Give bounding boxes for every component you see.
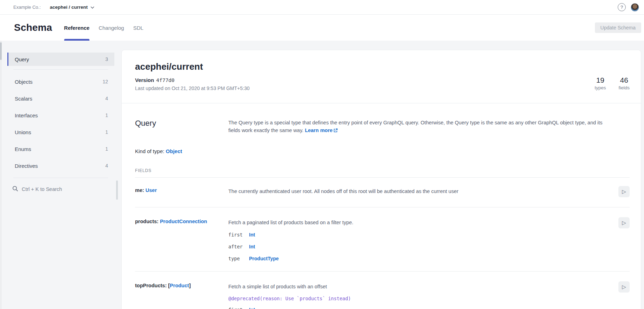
arg-type-link[interactable]: Int [249,244,255,249]
chevron-down-icon [90,5,94,10]
sidebar-item-label: Directives [15,163,38,169]
window-scrollbar-thumb[interactable] [0,42,2,60]
tab-reference[interactable]: Reference [64,15,90,41]
user-avatar[interactable] [631,3,639,12]
stat-types: 19 types [595,76,606,90]
tab-sdl[interactable]: SDL [133,15,143,41]
arg-row: first Int [228,232,618,238]
arg-name: type [228,256,249,261]
play-icon: ▷ [622,188,626,195]
search-icon [12,186,18,193]
field-signature: products: ProductConnection [135,219,228,261]
kind-label: Kind of type: [135,148,166,154]
tab-changelog[interactable]: Changelog [99,15,124,41]
graph-selector-label: acephei / current [50,5,88,10]
graph-selector-dropdown[interactable]: acephei / current [50,5,94,10]
sidebar-item-enums[interactable]: Enums 1 [7,140,114,157]
deprecated-directive: @deprecated(reason: Use `products` inste… [228,296,618,301]
schema-search-trigger[interactable]: Ctrl + K to Search [7,181,114,197]
query-type-section: Query The Query type is a special type t… [122,103,641,309]
sidebar-scrollbar-thumb[interactable] [116,180,118,200]
field-type-link[interactable]: User [146,187,157,193]
field-name: me: [135,187,146,193]
graph-summary-header: acephei/current Version4f77d0 Last updat… [122,50,641,103]
sidebar-item-count: 1 [105,129,108,135]
field-type-link[interactable]: Product [170,283,189,288]
sidebar-item-label: Objects [15,79,33,85]
search-placeholder: Ctrl + K to Search [22,186,62,192]
version-line: Version4f77d0 [135,77,249,83]
schema-reference-card: acephei/current Version4f77d0 Last updat… [122,50,641,309]
arg-type-link[interactable]: Int [249,307,255,309]
tab-bar: Reference Changelog SDL [64,15,143,41]
sidebar-item-count: 12 [102,79,108,84]
stat-value: 46 [618,76,630,84]
field-row-products: products: ProductConnection Fetch a pagi… [135,207,630,271]
sidebar-item-scalars[interactable]: Scalars 4 [7,90,114,107]
stat-label: fields [618,85,630,90]
field-detail: Fetch a paginated list of products based… [228,219,618,261]
type-heading-row: Query The Query type is a special type t… [135,119,630,134]
type-description-text: The Query type is a special type that de… [228,120,603,133]
sidebar-item-count: 1 [105,146,108,152]
kind-of-type-line: Kind of type: Object [135,148,630,154]
graph-title: acephei/current [135,61,249,72]
page-title: Schema [14,22,52,33]
external-link-icon [333,128,338,133]
field-args: first Int [228,307,618,309]
arg-type-link[interactable]: Int [249,232,255,238]
update-schema-button[interactable]: Update Schema [595,22,641,33]
version-value: 4f77d0 [156,77,174,83]
run-in-explorer-button[interactable]: ▷ [618,186,630,197]
learn-more-link[interactable]: Learn more [305,128,333,133]
type-name-heading: Query [135,119,228,134]
type-description: The Query type is a special type that de… [228,119,630,134]
field-row-me: me: User The currently authenticated use… [135,178,630,207]
sidebar-item-count: 4 [105,96,108,101]
schema-stats: 19 types 46 fields [595,76,630,91]
arg-row: type ProductType [228,256,618,261]
sidebar-divider [13,178,108,178]
sidebar-item-count: 1 [105,112,108,118]
stat-label: types [595,85,606,90]
field-description: The currently authenticated user root. A… [228,187,618,197]
arg-name: after [228,244,249,249]
sidebar-item-label: Enums [15,146,31,152]
page-header: Schema Reference Changelog SDL Update Sc… [0,15,644,41]
stat-fields: 46 fields [618,76,630,90]
help-icon[interactable]: ? [618,3,626,11]
schema-type-sidebar: Query 3 Objects 12 Scalars 4 Interfaces … [7,41,114,309]
page-body: Query 3 Objects 12 Scalars 4 Interfaces … [0,41,644,309]
sidebar-item-interfaces[interactable]: Interfaces 1 [7,107,114,124]
sidebar-nav-list: Objects 12 Scalars 4 Interfaces 1 Unions… [7,73,114,174]
sidebar-item-unions[interactable]: Unions 1 [7,124,114,140]
org-label: Example Co.: [13,5,41,10]
last-updated: Last updated on Oct 21, 2020 at 9:53 PM … [135,85,249,91]
arg-type-link[interactable]: ProductType [249,256,279,261]
run-in-explorer-button[interactable]: ▷ [618,281,630,293]
run-in-explorer-button[interactable]: ▷ [618,217,630,228]
arg-row: first Int [228,307,618,309]
field-name: products: [135,219,160,224]
field-signature: me: User [135,187,228,197]
window-scrollbar-track [0,41,2,309]
field-type-link[interactable]: ProductConnection [160,219,207,224]
sidebar-item-label: Interfaces [15,112,38,118]
field-detail: Fetch a simple list of products with an … [228,283,618,309]
field-type-bracket: ] [189,283,191,288]
fields-section-label: FIELDS [135,168,630,173]
sidebar-item-directives[interactable]: Directives 4 [7,157,114,174]
graph-summary-left: acephei/current Version4f77d0 Last updat… [135,61,249,91]
sidebar-item-objects[interactable]: Objects 12 [7,73,114,90]
field-name: topProducts: [135,283,168,288]
stat-value: 19 [595,76,606,84]
arg-name: first [228,307,249,309]
field-description: Fetch a paginated list of products based… [228,219,618,226]
field-row-top-products: topProducts: [Product] Fetch a simple li… [135,272,630,309]
kind-value-link[interactable]: Object [166,148,182,154]
arg-name: first [228,232,249,238]
sidebar-item-count: 4 [105,163,108,169]
sidebar-item-query[interactable]: Query 3 [7,53,114,66]
field-signature: topProducts: [Product] [135,283,228,309]
arg-row: after Int [228,244,618,249]
